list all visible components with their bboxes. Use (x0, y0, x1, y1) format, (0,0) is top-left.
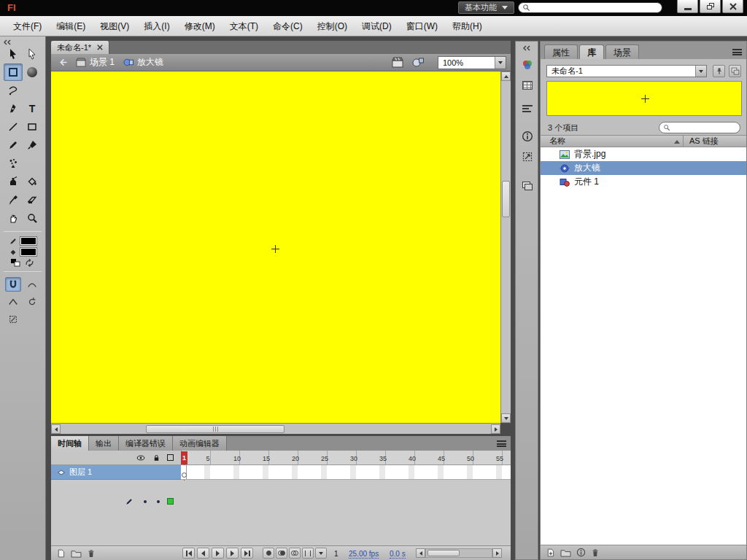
titlebar-search-input[interactable] (518, 2, 662, 13)
document-select-dropdown-button[interactable] (695, 66, 706, 77)
tab-output[interactable]: 输出 (89, 436, 119, 451)
panel-menu-icon[interactable] (497, 440, 506, 447)
default-colors-icon[interactable] (11, 259, 20, 267)
item-properties-button[interactable] (576, 548, 586, 557)
info-panel-button[interactable] (519, 128, 536, 145)
edit-multiple-frames-button[interactable] (302, 548, 314, 559)
zoom-dropdown-button[interactable] (495, 57, 506, 69)
ink-bottle-tool[interactable] (4, 173, 23, 190)
center-frame-button[interactable] (263, 548, 274, 559)
scale-option[interactable] (5, 312, 21, 327)
swatches-panel-button[interactable] (519, 77, 536, 94)
menu-debug[interactable]: 调试(D) (355, 16, 399, 36)
scroll-up-button[interactable] (501, 71, 511, 81)
onion-skin-outlines-button[interactable] (289, 548, 301, 559)
step-forward-button[interactable] (226, 548, 239, 559)
play-button[interactable] (212, 548, 224, 559)
new-library-panel-button[interactable] (729, 65, 741, 77)
sort-order-icon[interactable] (674, 140, 680, 144)
linkage-column-header[interactable]: AS 链接 (689, 136, 719, 147)
3d-rotation-tool[interactable] (23, 63, 42, 81)
menu-commands[interactable]: 命令(C) (266, 16, 310, 36)
menu-insert[interactable]: 插入(I) (136, 16, 177, 36)
frame-rate-indicator[interactable]: 25.00 fps (349, 550, 379, 559)
lasso-tool[interactable] (4, 82, 23, 99)
step-back-button[interactable] (197, 548, 209, 559)
menu-view[interactable]: 视图(V) (93, 16, 136, 36)
vertical-scrollbar[interactable] (500, 71, 511, 423)
pen-tool[interactable] (4, 100, 23, 117)
lock-column-icon[interactable] (152, 454, 160, 462)
close-button[interactable] (722, 0, 743, 13)
go-to-first-frame-button[interactable] (182, 548, 195, 559)
edit-symbol-button[interactable] (412, 57, 425, 70)
new-symbol-button[interactable] (546, 548, 555, 558)
zoom-level-combobox[interactable]: 100% (438, 56, 506, 69)
panel-menu-icon[interactable] (732, 49, 742, 55)
brush-tool[interactable] (23, 136, 42, 154)
new-folder-button[interactable] (71, 549, 82, 558)
tab-library[interactable]: 库 (579, 44, 604, 59)
library-document-select[interactable]: 未命名-1 (546, 65, 707, 77)
library-column-headers[interactable]: 名称 AS 链接 (541, 135, 746, 147)
library-search-input[interactable] (659, 122, 740, 133)
tab-compiler-errors[interactable]: 编译器错误 (119, 436, 173, 451)
library-panel-button[interactable] (519, 177, 536, 195)
tab-motion-editor[interactable]: 动画编辑器 (173, 436, 227, 451)
eyedropper-tool[interactable] (4, 191, 23, 209)
layer-row[interactable]: 图层 1 (51, 465, 181, 480)
eraser-tool[interactable] (23, 191, 42, 209)
back-arrow-icon[interactable] (58, 58, 69, 67)
scene-breadcrumb[interactable]: 场景 1 (90, 56, 115, 69)
tab-timeline[interactable]: 时间轴 (51, 436, 89, 451)
vertical-scroll-thumb[interactable] (502, 181, 510, 217)
straighten-option[interactable] (5, 295, 21, 309)
stroke-color-swatch[interactable] (20, 236, 37, 246)
horizontal-scroll-thumb[interactable] (146, 425, 285, 433)
menu-control[interactable]: 控制(O) (310, 16, 355, 36)
go-to-last-frame-button[interactable] (241, 548, 253, 559)
timeline-scroll-right-button[interactable] (492, 548, 502, 558)
layer-frames-track[interactable] (181, 465, 511, 480)
minimize-button[interactable] (677, 0, 698, 13)
transform-panel-button[interactable] (519, 148, 536, 166)
layer-outline-color-swatch[interactable] (167, 498, 174, 505)
library-item-row[interactable]: 元件 1 (541, 175, 746, 189)
modify-markers-button[interactable] (315, 548, 327, 559)
horizontal-scrollbar[interactable] (51, 423, 500, 434)
rectangle-tool[interactable] (23, 118, 42, 136)
scroll-left-button[interactable] (51, 424, 61, 434)
deco-tool[interactable] (4, 155, 23, 172)
swap-colors-icon[interactable] (25, 259, 34, 267)
workspace-switcher-button[interactable]: 基本功能 (458, 1, 514, 14)
rotate-option[interactable] (24, 295, 40, 309)
menu-file[interactable]: 文件(F) (6, 16, 49, 36)
show-hide-column-icon[interactable] (136, 454, 146, 462)
pin-library-button[interactable] (713, 65, 725, 77)
selection-tool[interactable] (4, 45, 23, 63)
new-folder-button[interactable] (560, 548, 571, 557)
timeline-scroll-thumb[interactable] (427, 550, 460, 556)
menu-edit[interactable]: 编辑(E) (49, 16, 93, 36)
elapsed-time-indicator[interactable]: 0.0 s (390, 550, 406, 559)
stage-canvas[interactable] (51, 71, 500, 423)
subselection-tool[interactable] (23, 45, 42, 63)
line-tool[interactable] (4, 118, 23, 136)
align-panel-button[interactable] (519, 100, 536, 117)
layer-visibility-dot[interactable] (144, 500, 147, 503)
timeline-scroll-track[interactable] (425, 548, 492, 558)
tab-properties[interactable]: 属性 (544, 44, 578, 59)
library-item-row-selected[interactable]: 放大镜 (541, 161, 746, 175)
scroll-down-button[interactable] (501, 413, 511, 423)
menu-help[interactable]: 帮助(H) (445, 16, 489, 36)
menu-modify[interactable]: 修改(M) (177, 16, 222, 36)
delete-item-button[interactable] (591, 548, 600, 558)
symbol-breadcrumb[interactable]: 放大镜 (137, 56, 163, 69)
name-column-header[interactable]: 名称 (549, 136, 565, 147)
timeline-scroll-left-button[interactable] (416, 548, 425, 558)
edit-scene-button[interactable] (392, 57, 404, 70)
snap-to-objects-option[interactable] (5, 277, 21, 292)
frame-1-cell[interactable] (181, 465, 187, 479)
menu-text[interactable]: 文本(T) (222, 16, 266, 36)
document-tab[interactable]: 未命名-1* (51, 41, 109, 54)
